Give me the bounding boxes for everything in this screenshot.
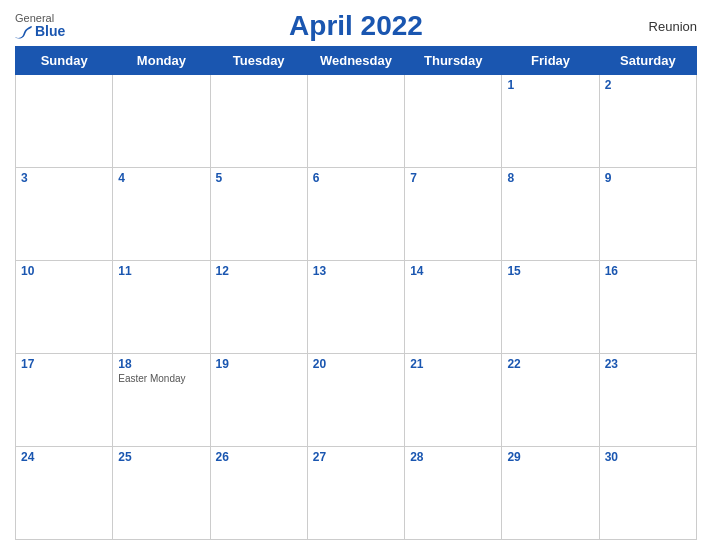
calendar-cell: 22: [502, 354, 599, 447]
day-number: 4: [118, 171, 204, 185]
day-number: 3: [21, 171, 107, 185]
region-label: Reunion: [649, 19, 697, 34]
calendar-cell: 9: [599, 168, 696, 261]
calendar-title: April 2022: [289, 10, 423, 42]
day-number: 6: [313, 171, 399, 185]
logo: General Blue: [15, 12, 65, 40]
calendar-cell: 5: [210, 168, 307, 261]
day-number: 1: [507, 78, 593, 92]
calendar-cell: 28: [405, 447, 502, 540]
day-number: 7: [410, 171, 496, 185]
calendar-table: SundayMondayTuesdayWednesdayThursdayFrid…: [15, 46, 697, 540]
day-number: 8: [507, 171, 593, 185]
day-number: 15: [507, 264, 593, 278]
day-number: 19: [216, 357, 302, 371]
calendar-cell: 25: [113, 447, 210, 540]
calendar-cell: 10: [16, 261, 113, 354]
day-number: 17: [21, 357, 107, 371]
calendar-cell: [307, 75, 404, 168]
calendar-cell: [405, 75, 502, 168]
weekday-header-row: SundayMondayTuesdayWednesdayThursdayFrid…: [16, 47, 697, 75]
day-number: 29: [507, 450, 593, 464]
calendar-cell: 1: [502, 75, 599, 168]
day-number: 20: [313, 357, 399, 371]
calendar-cell: 30: [599, 447, 696, 540]
day-number: 24: [21, 450, 107, 464]
calendar-cell: 8: [502, 168, 599, 261]
calendar-cell: [113, 75, 210, 168]
calendar-cell: 26: [210, 447, 307, 540]
calendar-cell: 27: [307, 447, 404, 540]
calendar-cell: 18Easter Monday: [113, 354, 210, 447]
calendar-cell: 3: [16, 168, 113, 261]
calendar-cell: 23: [599, 354, 696, 447]
day-number: 25: [118, 450, 204, 464]
day-number: 30: [605, 450, 691, 464]
weekday-header-monday: Monday: [113, 47, 210, 75]
calendar-week-row: 1718Easter Monday1920212223: [16, 354, 697, 447]
calendar-cell: 4: [113, 168, 210, 261]
day-number: 12: [216, 264, 302, 278]
weekday-header-thursday: Thursday: [405, 47, 502, 75]
calendar-week-row: 24252627282930: [16, 447, 697, 540]
day-number: 26: [216, 450, 302, 464]
holiday-label: Easter Monday: [118, 373, 204, 384]
day-number: 21: [410, 357, 496, 371]
calendar-week-row: 3456789: [16, 168, 697, 261]
calendar-cell: 11: [113, 261, 210, 354]
logo-bird-icon: [15, 24, 33, 40]
calendar-cell: [210, 75, 307, 168]
calendar-cell: 19: [210, 354, 307, 447]
calendar-cell: 6: [307, 168, 404, 261]
calendar-cell: 21: [405, 354, 502, 447]
calendar-cell: 12: [210, 261, 307, 354]
day-number: 2: [605, 78, 691, 92]
weekday-header-saturday: Saturday: [599, 47, 696, 75]
calendar-cell: 15: [502, 261, 599, 354]
logo-blue-text: Blue: [15, 24, 65, 40]
day-number: 9: [605, 171, 691, 185]
day-number: 22: [507, 357, 593, 371]
weekday-header-friday: Friday: [502, 47, 599, 75]
calendar-cell: 29: [502, 447, 599, 540]
calendar-cell: 14: [405, 261, 502, 354]
calendar-cell: 17: [16, 354, 113, 447]
calendar-cell: 13: [307, 261, 404, 354]
day-number: 23: [605, 357, 691, 371]
day-number: 13: [313, 264, 399, 278]
calendar-cell: [16, 75, 113, 168]
calendar-cell: 20: [307, 354, 404, 447]
day-number: 28: [410, 450, 496, 464]
calendar-week-row: 12: [16, 75, 697, 168]
calendar-cell: 16: [599, 261, 696, 354]
weekday-header-sunday: Sunday: [16, 47, 113, 75]
calendar-cell: 7: [405, 168, 502, 261]
calendar-week-row: 10111213141516: [16, 261, 697, 354]
weekday-header-tuesday: Tuesday: [210, 47, 307, 75]
day-number: 11: [118, 264, 204, 278]
weekday-header-wednesday: Wednesday: [307, 47, 404, 75]
calendar-header: General Blue April 2022 Reunion: [15, 10, 697, 42]
day-number: 14: [410, 264, 496, 278]
day-number: 10: [21, 264, 107, 278]
day-number: 16: [605, 264, 691, 278]
calendar-cell: 24: [16, 447, 113, 540]
logo-general-text: General: [15, 12, 54, 24]
day-number: 5: [216, 171, 302, 185]
day-number: 27: [313, 450, 399, 464]
calendar-cell: 2: [599, 75, 696, 168]
day-number: 18: [118, 357, 204, 371]
